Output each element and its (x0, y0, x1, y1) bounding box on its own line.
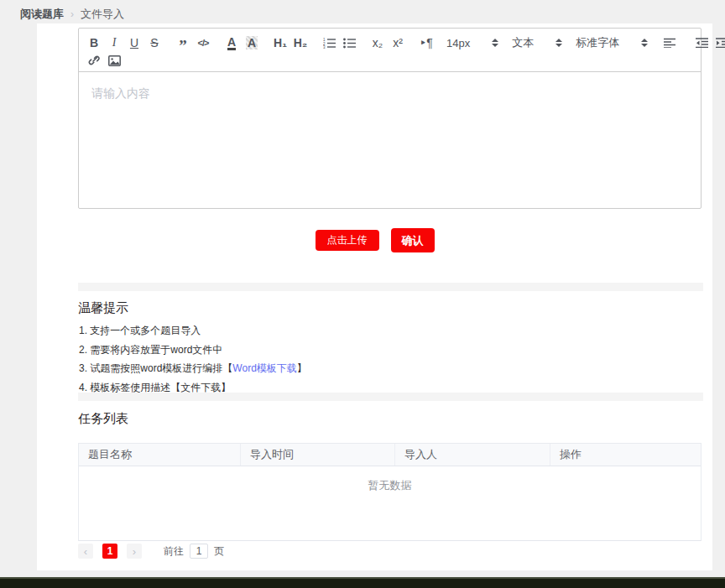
main-card: B I U S ” </> A A H₁ H₂ 123 x₂ x² ‣¶ (37, 23, 712, 570)
superscript-button[interactable]: x² (389, 34, 406, 51)
column-header-operation: 操作 (550, 444, 701, 466)
tip-item-3-suffix: 】 (297, 362, 307, 374)
outdent-icon[interactable] (693, 34, 710, 51)
column-header-importer: 导入人 (395, 444, 550, 466)
header-2-button[interactable]: H₂ (292, 34, 309, 51)
upload-button[interactable]: 点击上传 (316, 230, 379, 251)
column-header-title: 题目名称 (79, 444, 241, 466)
table-body: 暂无数据 (79, 466, 701, 540)
text-color-button[interactable]: A (223, 34, 240, 51)
underline-button[interactable]: U (126, 34, 143, 51)
breadcrumb: 阅读题库 › 文件导入 (20, 7, 124, 22)
column-header-import-time: 导入时间 (241, 444, 395, 466)
text-direction-button[interactable]: ‣¶ (418, 34, 435, 51)
indent-icon[interactable] (713, 34, 725, 51)
paragraph-style-value: 文本 (512, 35, 534, 50)
footer-bar (0, 577, 725, 588)
task-table: 题目名称 导入时间 导入人 操作 暂无数据 (78, 443, 702, 541)
editor-placeholder: 请输入内容 (91, 86, 150, 100)
prev-page-button[interactable]: ‹ (78, 544, 93, 559)
page: { "breadcrumb": { "first": "阅读题库", "sepa… (0, 0, 725, 588)
align-icon[interactable] (661, 34, 678, 51)
subscript-button[interactable]: x₂ (369, 34, 386, 51)
empty-data-text: 暂无数据 (79, 478, 701, 493)
font-family-value: 标准字体 (576, 35, 619, 50)
font-family-picker[interactable]: 标准字体 (576, 35, 648, 50)
italic-button[interactable]: I (106, 34, 123, 51)
table-header-row: 题目名称 导入时间 导入人 操作 (79, 444, 701, 466)
updown-arrows-icon (641, 39, 648, 47)
action-button-row: 点击上传 确认 (37, 228, 712, 252)
tip-item-3: 3. 试题需按照word模板进行编排【Word模板下载】 (79, 362, 307, 376)
breadcrumb-item-question-bank[interactable]: 阅读题库 (20, 7, 64, 22)
code-block-button[interactable]: </> (195, 34, 211, 51)
editor-content-area[interactable]: 请输入内容 (79, 72, 701, 216)
blockquote-button[interactable]: ” (175, 34, 191, 51)
paragraph-style-picker[interactable]: 文本 (512, 35, 562, 50)
task-list-title: 任务列表 (78, 411, 128, 427)
pagination: ‹ 1 › 前往 页 (78, 544, 224, 559)
bullet-list-icon[interactable] (341, 34, 357, 51)
bold-button[interactable]: B (86, 34, 102, 51)
next-page-button[interactable]: › (127, 544, 142, 559)
image-icon[interactable] (106, 52, 123, 69)
word-template-download-link[interactable]: Word模板下载 (232, 362, 296, 374)
toolbar-row-2 (86, 53, 694, 68)
editor-toolbar: B I U S ” </> A A H₁ H₂ 123 x₂ x² ‣¶ (79, 29, 701, 72)
tips-title: 温馨提示 (78, 300, 128, 316)
page-unit-label: 页 (214, 544, 224, 559)
ordered-list-icon[interactable]: 123 (321, 34, 337, 51)
tip-item-3-text: 3. 试题需按照word模板进行编排【 (79, 362, 232, 374)
font-size-picker[interactable]: 14px (446, 37, 498, 49)
updown-arrows-icon (492, 39, 498, 47)
svg-text:3: 3 (323, 45, 326, 49)
toolbar-row-1: B I U S ” </> A A H₁ H₂ 123 x₂ x² ‣¶ (86, 34, 694, 52)
breadcrumb-separator-icon: › (70, 8, 74, 20)
updown-arrows-icon (555, 39, 562, 47)
breadcrumb-item-file-import: 文件导入 (81, 7, 124, 22)
header-1-button[interactable]: H₁ (272, 34, 289, 51)
link-icon[interactable] (86, 52, 102, 69)
page-number-input[interactable] (190, 544, 208, 559)
tip-item-2: 2. 需要将内容放置于word文件中 (79, 343, 222, 357)
goto-label: 前往 (164, 544, 184, 559)
strikethrough-button[interactable]: S (146, 34, 163, 51)
section-divider (78, 283, 703, 291)
tip-item-1: 1. 支持一个或多个题目导入 (79, 324, 201, 338)
section-divider (78, 393, 703, 401)
page-1-button[interactable]: 1 (102, 544, 117, 559)
rich-text-editor: B I U S ” </> A A H₁ H₂ 123 x₂ x² ‣¶ (78, 28, 702, 209)
background-color-button[interactable]: A (243, 34, 260, 51)
confirm-button[interactable]: 确认 (391, 228, 435, 252)
font-size-value: 14px (446, 37, 470, 49)
